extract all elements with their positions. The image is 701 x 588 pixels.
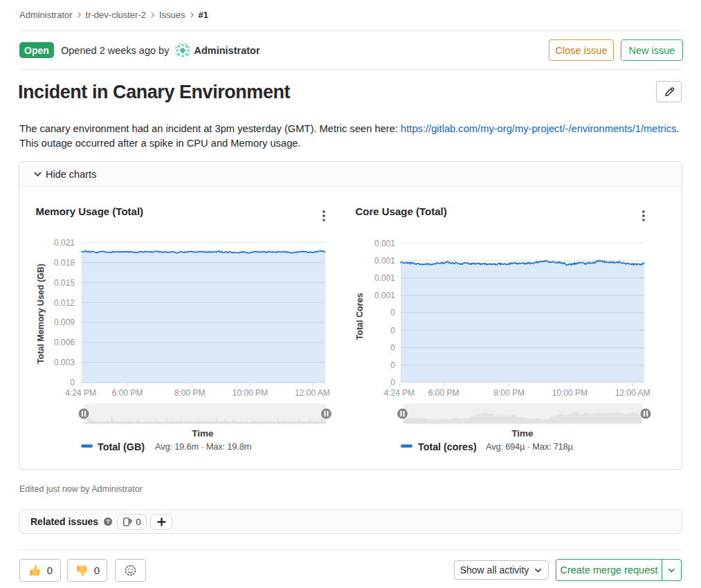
svg-text:8:00 PM: 8:00 PM xyxy=(493,388,525,398)
svg-text:Total (GB): Total (GB) xyxy=(98,441,145,452)
svg-text:Avg: 694µ · Max: 718µ: Avg: 694µ · Max: 718µ xyxy=(486,441,574,452)
svg-text:0.003: 0.003 xyxy=(54,358,75,367)
svg-text:4:24 PM: 4:24 PM xyxy=(384,388,415,398)
svg-text:10:00 PM: 10:00 PM xyxy=(233,388,268,398)
svg-text:0.001: 0.001 xyxy=(374,256,395,266)
svg-text:0.001: 0.001 xyxy=(374,273,395,283)
svg-text:Core Usage (Total): Core Usage (Total) xyxy=(356,205,447,217)
svg-text:6:00 PM: 6:00 PM xyxy=(112,388,143,398)
svg-text:0: 0 xyxy=(390,343,395,353)
svg-text:0: 0 xyxy=(390,378,395,387)
svg-text:Total Memory Used (GB): Total Memory Used (GB) xyxy=(36,264,46,364)
svg-text:0: 0 xyxy=(390,326,395,336)
svg-text:12:00 AM: 12:00 AM xyxy=(295,388,330,398)
svg-text:0: 0 xyxy=(390,360,395,370)
svg-text:10:00 PM: 10:00 PM xyxy=(552,388,588,398)
svg-text:6:00 PM: 6:00 PM xyxy=(428,388,459,398)
svg-text:?: ? xyxy=(106,518,109,525)
svg-text:0.006: 0.006 xyxy=(54,338,75,347)
svg-text:0.015: 0.015 xyxy=(54,278,75,288)
svg-text:4:24 PM: 4:24 PM xyxy=(65,388,96,398)
svg-text:0.012: 0.012 xyxy=(54,298,75,308)
svg-text:0.001: 0.001 xyxy=(374,291,395,300)
svg-text:0.018: 0.018 xyxy=(54,258,75,268)
svg-text:0.001: 0.001 xyxy=(374,239,395,248)
svg-text:Total Cores: Total Cores xyxy=(355,293,365,340)
svg-text:12:00 AM: 12:00 AM xyxy=(615,388,650,398)
svg-text:0.021: 0.021 xyxy=(54,238,75,248)
svg-text:Total (cores): Total (cores) xyxy=(418,441,477,452)
svg-text:8:00 PM: 8:00 PM xyxy=(174,388,206,398)
svg-text:Time: Time xyxy=(192,428,214,439)
svg-text:0: 0 xyxy=(70,378,75,387)
svg-text:Time: Time xyxy=(511,428,534,439)
svg-text:0.009: 0.009 xyxy=(54,318,75,327)
svg-text:Memory Usage (Total): Memory Usage (Total) xyxy=(36,205,144,217)
svg-text:0: 0 xyxy=(390,308,395,318)
svg-text:Avg: 19.6m · Max: 19.8m: Avg: 19.6m · Max: 19.8m xyxy=(155,441,251,452)
